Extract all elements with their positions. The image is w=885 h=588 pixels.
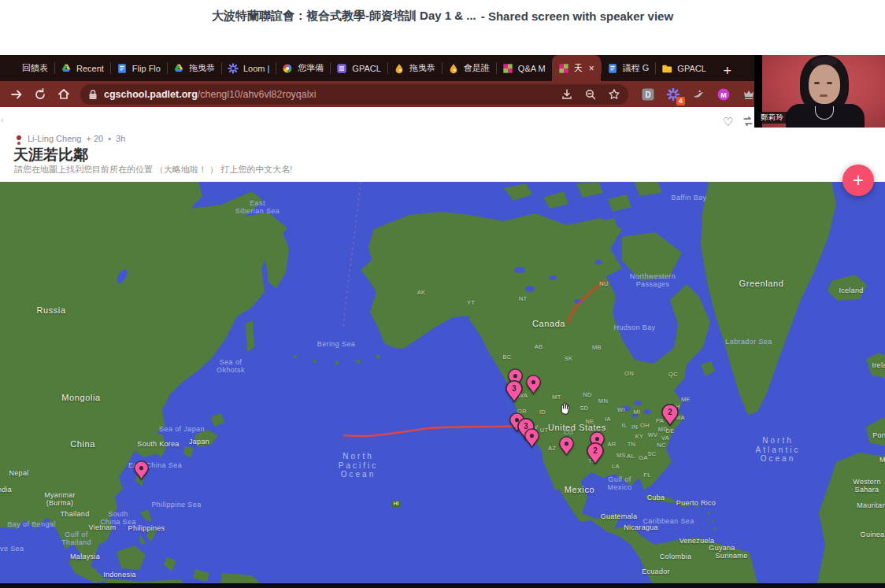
drop-orange-favicon-icon <box>394 63 405 74</box>
tab-label: 回饋表 <box>22 62 48 74</box>
drive-favicon-icon <box>61 63 72 74</box>
extension-badge: 4 <box>676 97 685 105</box>
tab-label: 天 <box>574 62 583 74</box>
svg-text:3: 3 <box>512 384 517 393</box>
doc-blue-favicon-icon <box>117 63 128 74</box>
map-pin[interactable] <box>134 460 149 480</box>
meeting-title: 大波特蘭聯誼會：複合式教學-師資培訓 Day 1 & ... <box>212 9 476 24</box>
zoom-icon[interactable] <box>584 88 597 101</box>
tab-label: Flip Flo <box>132 64 161 73</box>
browser-tab-12[interactable]: 議程 G <box>601 55 656 81</box>
tab-label: GPACL <box>677 64 705 73</box>
svg-text:D: D <box>645 91 650 99</box>
add-post-button[interactable]: + <box>842 165 874 196</box>
map-pin-cluster-3[interactable]: 3 <box>505 379 523 402</box>
participant-name-tag: 鄭莉玲 <box>757 112 788 124</box>
d-box-extension-icon[interactable]: D <box>641 87 655 102</box>
circle-multi-favicon-icon <box>282 63 293 74</box>
browser-tab-5[interactable]: Loom | <box>221 55 276 81</box>
browser-tab-10[interactable]: Q&A M <box>496 55 552 81</box>
speaker-video[interactable]: 鄭莉玲 <box>754 55 885 128</box>
padlet-favicon-icon <box>502 63 513 74</box>
download-icon[interactable] <box>561 88 573 101</box>
shared-screen-label: - Shared screen with speaker view <box>481 9 673 23</box>
address-bar[interactable]: cgschool.padlet.org/chengl10/ahv6vl82roy… <box>80 84 628 105</box>
browser-tab-2[interactable]: Recent <box>54 55 110 81</box>
new-tab-button[interactable]: + <box>717 61 738 81</box>
map-pin-cluster-2[interactable]: 2 <box>587 442 604 464</box>
browser-tab-9[interactable]: 會是誰 <box>442 55 496 81</box>
share-icon[interactable] <box>742 115 754 128</box>
reload-icon[interactable] <box>33 87 47 102</box>
tab-label: Q&A M <box>518 64 546 73</box>
tab-label: 拖曳恭 <box>409 62 435 74</box>
lock-icon[interactable] <box>88 89 98 100</box>
svg-text:2: 2 <box>593 446 598 455</box>
world-map[interactable]: East Siberian SeaBering SeaSea of Okhots… <box>0 182 885 583</box>
none-favicon-icon <box>6 63 17 74</box>
board-title: 天涯若比鄰 <box>13 145 88 165</box>
mote-extension-icon[interactable]: M <box>717 87 731 102</box>
tab-label: 會是誰 <box>464 62 490 74</box>
tab-label: 議程 G <box>623 62 650 74</box>
folder-yellow-favicon-icon <box>661 63 672 74</box>
browser-toolbar: cgschool.padlet.org/chengl10/ahv6vl82roy… <box>0 81 885 107</box>
speaker-face <box>809 65 840 104</box>
author-row: Li-Ling Cheng + 20 • 3h <box>14 134 125 143</box>
list-purple-favicon-icon <box>336 63 347 74</box>
drive-favicon-icon <box>173 63 184 74</box>
author-name[interactable]: Li-Ling Cheng <box>28 134 82 143</box>
tab-label: Loom | <box>243 64 269 73</box>
browser-tab-7[interactable]: GPACL <box>330 55 387 81</box>
loom-extension-icon[interactable]: 4 <box>666 87 680 102</box>
bird-extension-icon[interactable] <box>691 87 705 102</box>
map-pin-cluster-2[interactable]: 2 <box>661 403 679 426</box>
browser-tab-13[interactable]: GPACL <box>655 55 712 81</box>
browser-tab-bar: 回饋表RecentFlip Flo拖曳恭Loom |您準備GPACL拖曳恭會是誰… <box>0 55 885 81</box>
board-description: 請您在地圖上找到您目前所在的位置 （大略地啦！ ） 打上您的中文大名! <box>14 164 292 176</box>
map-pin[interactable] <box>524 427 539 448</box>
post-time: 3h <box>116 134 125 143</box>
author-avatar <box>14 135 23 143</box>
meeting-title-bar: 大波特蘭聯誼會：複合式教學-師資培訓 Day 1 & ... - Shared … <box>0 0 885 31</box>
browser-tab-3[interactable]: Flip Flo <box>110 55 167 81</box>
forward-icon[interactable] <box>9 87 24 102</box>
browser-tab-4[interactable]: 拖曳恭 <box>167 55 221 81</box>
bookmark-star-icon[interactable] <box>608 88 620 101</box>
like-heart-icon[interactable]: ♡ <box>723 115 735 128</box>
tab-close-icon[interactable]: × <box>589 63 594 74</box>
bottom-strip <box>0 583 885 588</box>
url-text[interactable]: cgschool.padlet.org/chengl10/ahv6vl82roy… <box>104 89 550 100</box>
browser-tab-1[interactable]: 回饋表 <box>0 55 54 81</box>
browser-tab-8[interactable]: 拖曳恭 <box>387 55 442 81</box>
tab-label: Recent <box>76 64 104 73</box>
map-pin[interactable] <box>559 435 574 456</box>
hand-cursor-icon <box>557 401 572 416</box>
browser-tab-6[interactable]: 您準備 <box>276 55 330 81</box>
svg-text:M: M <box>720 91 727 98</box>
map-land-shapes <box>0 182 885 583</box>
author-extra: + 20 <box>87 134 104 143</box>
drop-orange-favicon-icon <box>448 63 459 74</box>
padlet-favicon-icon <box>558 63 569 74</box>
collapse-mark[interactable]: ‹ <box>1 115 4 124</box>
doc-blue-favicon-icon <box>607 63 618 74</box>
map-pin[interactable] <box>526 374 541 394</box>
loom-favicon-icon <box>228 63 239 74</box>
tab-label: GPACL <box>352 64 380 73</box>
svg-text:2: 2 <box>668 408 672 416</box>
padlet-header: ‹ Li-Ling Cheng + 20 • 3h 天涯若比鄰 請您在地圖上找到… <box>0 107 885 182</box>
dot-separator: • <box>108 134 111 143</box>
browser-tab-11[interactable]: 天× <box>552 55 601 81</box>
tab-label: 拖曳恭 <box>189 62 215 74</box>
tab-label: 您準備 <box>298 62 324 74</box>
extensions-row: D4M <box>641 87 756 102</box>
red-line-annotation <box>344 426 518 436</box>
home-icon[interactable] <box>57 87 71 102</box>
